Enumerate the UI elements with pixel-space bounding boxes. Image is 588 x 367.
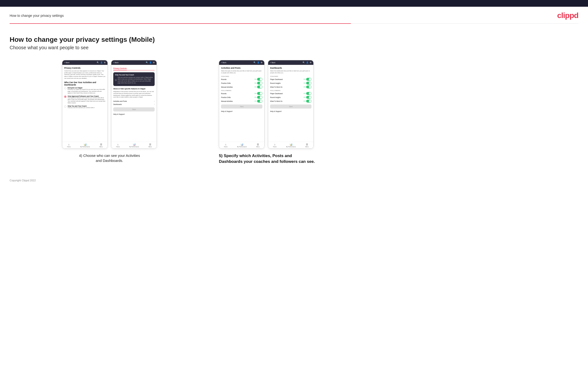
phone3-tab-menu-label: Menu	[256, 146, 260, 148]
screenshots-section: < Back 🔍 👤 ⚙ Privacy Controls Control ho…	[10, 60, 578, 165]
phone2-tab-menu-label: Menu	[149, 146, 152, 148]
menu-icon: ☰	[100, 143, 102, 146]
performance-icon-3: 📊	[241, 143, 243, 146]
person-icon-4[interactable]: 👤	[306, 61, 309, 64]
phone2-save-btn[interactable]: Save	[113, 107, 155, 111]
phone4-tab-home[interactable]: ⌂ Home	[273, 143, 277, 148]
search-icon-3[interactable]: 🔍	[253, 61, 256, 64]
menu-icon-2: ☰	[149, 143, 151, 146]
phone4-followers-insights: Round Insights ON	[270, 96, 311, 99]
caption-1: 4) Choose who can see your Activities an…	[76, 153, 143, 163]
followers-work-toggle-wrap: ON	[303, 100, 311, 103]
followers-manual-toggle[interactable]	[257, 100, 262, 103]
phone1-tab-home[interactable]: ⌂ Home	[67, 143, 71, 148]
phone3-icons: 🔍 👤 ⚙	[253, 61, 262, 64]
phone2-tab-home[interactable]: ⌂ Home	[116, 143, 120, 148]
person-icon-3[interactable]: 👤	[257, 61, 259, 64]
radio-everyone[interactable]	[64, 87, 66, 89]
radio-followers-desc: Only approved followers and coaches you …	[68, 97, 106, 104]
followers-manual-on-text: ON	[254, 100, 256, 102]
phone4-save-btn[interactable]: Save	[270, 104, 311, 108]
followers-player-toggle[interactable]	[306, 92, 311, 95]
performance-icon-4: 📊	[290, 143, 293, 146]
settings-icon[interactable]: ⚙	[104, 61, 106, 64]
coaches-insights-label: Round Insights	[270, 82, 280, 84]
phone4-icons: 🔍 👤 ⚙	[303, 61, 311, 64]
phone4-tab-menu[interactable]: ☰ Menu	[305, 143, 309, 148]
person-icon[interactable]: 👤	[100, 61, 103, 64]
right-section: < Back 🔍 👤 ⚙ Activities and Posts Select…	[219, 60, 578, 165]
coaches-manual-on-text: ON	[254, 86, 256, 88]
phone4-tab-menu-label: Menu	[305, 146, 309, 148]
phone2-dashboards-row[interactable]: Dashboards ›	[113, 103, 155, 105]
phone3-tab-performance[interactable]: 📊 My Performance	[237, 143, 247, 148]
coaches-rounds-toggle[interactable]	[257, 78, 262, 81]
coaches-manual-label: Manual Activities	[221, 86, 233, 88]
phone4-coaches-player: Player Dashboard ON	[270, 78, 311, 81]
performance-icon: 📊	[84, 143, 86, 146]
search-icon[interactable]: 🔍	[97, 61, 99, 64]
home-icon-2: ⌂	[117, 143, 119, 146]
phone4-tab-perf-label: My Performance	[286, 146, 296, 148]
phone-4: < Back 🔍 👤 ⚙ Dashboards Select the dashb…	[268, 60, 314, 149]
radio-followers-label: Only Approved Followers and Your Coach	[68, 95, 106, 97]
phone1-option-2[interactable]: Only Approved Followers and Your Coach O…	[64, 95, 106, 104]
followers-rounds-toggle-wrap: ON	[254, 92, 262, 95]
phone2-activities-row[interactable]: Activities and Posts ›	[113, 100, 155, 102]
phone1-content: Privacy Controls Control how you and you…	[62, 65, 107, 142]
followers-work-toggle[interactable]	[306, 100, 311, 103]
phone3-back[interactable]: < Back	[221, 62, 226, 63]
phone3-tab-menu[interactable]: ☰ Menu	[256, 143, 260, 148]
followers-work-label: What To Work On	[270, 100, 282, 102]
coaches-drills-label: Practice Drills	[221, 82, 231, 84]
phone1-option-3[interactable]: Only You and Your Coach Only you and the…	[64, 105, 106, 108]
followers-insights-label: Round Insights	[270, 97, 280, 98]
coaches-manual-toggle-wrap: ON	[254, 85, 262, 88]
phone3-navbar: < Back 🔍 👤 ⚙	[219, 60, 264, 65]
followers-player-toggle-wrap: ON	[303, 92, 311, 95]
phone4-tab-home-label: Home	[273, 146, 277, 148]
coaches-player-toggle[interactable]	[306, 78, 311, 81]
phone3-save-btn[interactable]: Save	[221, 104, 262, 108]
phone1-tab-menu[interactable]: ☰ Menu	[100, 143, 103, 148]
popup-radio-circle	[115, 79, 117, 81]
menu-icon-4: ☰	[306, 143, 308, 146]
settings-icon-3[interactable]: ⚙	[261, 61, 262, 64]
phone2-tab-menu[interactable]: ☰ Menu	[149, 143, 152, 148]
radio-coach-only[interactable]	[64, 105, 66, 108]
phone2-dashboards-arrow: ›	[154, 103, 155, 105]
coaches-manual-toggle[interactable]	[257, 85, 262, 88]
followers-insights-toggle[interactable]	[306, 96, 311, 99]
search-icon-2[interactable]: 🔍	[146, 61, 148, 64]
radio-coach-label: Only You and Your Coach	[68, 105, 95, 107]
followers-rounds-toggle[interactable]	[257, 92, 262, 95]
search-icon-4[interactable]: 🔍	[303, 61, 305, 64]
phone2-activities-arrow: ›	[154, 100, 155, 102]
radio-followers[interactable]	[64, 96, 66, 98]
coaches-work-toggle[interactable]	[306, 85, 311, 88]
coaches-insights-toggle[interactable]	[306, 82, 311, 84]
popup-title: Only You and Your Coach	[115, 74, 153, 76]
phone1-option-1[interactable]: Everyone on Clippd Everyone on Clippd ca…	[64, 87, 106, 94]
phone3-tab-home[interactable]: ⌂ Home	[224, 143, 227, 148]
coaches-drills-toggle[interactable]	[257, 82, 262, 84]
phone3-help: Help & Support	[221, 110, 262, 112]
privacy-tab-label[interactable]: Privacy Controls	[113, 67, 127, 70]
phone2-tab-performance[interactable]: 📊 My Performance	[129, 143, 139, 148]
phone3-coaches-label: COACHES	[221, 76, 262, 77]
radio-coach-desc: Only you and the coaches you connect wit…	[68, 107, 95, 108]
settings-icon-4[interactable]: ⚙	[310, 61, 311, 64]
person-icon-2[interactable]: 👤	[149, 61, 152, 64]
popup-text: Only you and the coaches you connect wit…	[118, 77, 153, 84]
settings-icon-2[interactable]: ⚙	[153, 61, 155, 64]
coaches-work-toggle-wrap: ON	[303, 85, 311, 88]
phone2-back[interactable]: < Back	[113, 62, 119, 63]
phone1-tab-performance[interactable]: 📊 My Performance	[80, 143, 90, 148]
footer: Copyright Clippd 2022	[0, 174, 588, 187]
followers-drills-toggle[interactable]	[257, 96, 262, 99]
copyright-text: Copyright Clippd 2022	[10, 179, 36, 182]
phone4-back[interactable]: < Back	[270, 62, 275, 63]
followers-player-label: Player Dashboard	[270, 93, 283, 94]
phone4-tab-performance[interactable]: 📊 My Performance	[286, 143, 296, 148]
phone1-back[interactable]: < Back	[64, 62, 69, 63]
